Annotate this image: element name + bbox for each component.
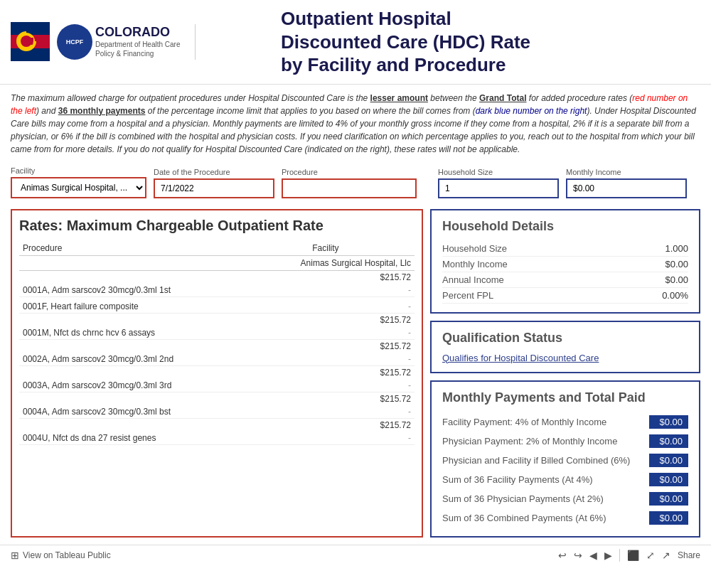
procedure-code: 0004A, Adm sarscov2 30mcg/0.3ml bst [19,405,237,419]
payment-value: $0.00 [649,511,688,525]
household-detail-row: Percent FPL 0.00% [442,288,688,304]
payment-row: Sum of 36 Combined Payments (At 6%) $0.0… [442,508,688,528]
expand-icon[interactable]: ⤢ [646,550,655,561]
share-label[interactable]: Share [678,550,700,560]
share-icon[interactable]: ↗ [662,550,670,561]
facility-col-header: Facility [237,241,415,256]
procedure-monthly: - [237,284,415,297]
table-row: 0003A, Adm sarscov2 30mcg/0.3ml 3rd - [19,379,415,392]
procedure-input[interactable] [282,178,417,198]
procedure-amount: $215.72 [237,418,415,432]
payment-label: Facility Payment: 4% of Monthly Income [442,417,649,427]
table-row: $215.72 [19,339,415,353]
procedure-label: Procedure [282,168,417,176]
facility-filter-group: Facility Animas Surgical Hospital, ... [11,166,146,198]
procedure-code: 0002A, Adm sarscov2 30mcg/0.3ml 2nd [19,353,237,366]
procedure-code: 0001F, Heart failure composite [19,300,237,314]
qualifies-link[interactable]: Qualifies for Hospital Discounted Care [442,353,599,363]
intro-text: The maximum allowed charge for outpatien… [0,85,711,163]
rates-panel: Rates: Maximum Chargeable Outpatient Rat… [11,209,423,538]
payment-value: $0.00 [649,473,688,486]
household-size-label: Household Size [438,168,559,176]
payment-value: $0.00 [649,454,688,467]
svg-rect-0 [11,22,50,35]
procedure-monthly: - [237,353,415,366]
payment-label: Physician and Facility if Billed Combine… [442,455,649,466]
monitor-icon[interactable]: ⬛ [627,550,639,561]
payment-row: Sum of 36 Physician Payments (At 2%) $0.… [442,489,688,508]
redo-icon[interactable]: ↪ [574,550,582,561]
payment-label: Sum of 36 Combined Payments (At 6%) [442,513,649,523]
household-detail-row: Annual Income $0.00 [442,272,688,288]
procedure-name [19,392,237,405]
payment-row: Physician and Facility if Billed Combine… [442,451,688,470]
detail-value: $0.00 [665,259,688,269]
qualification-title: Qualification Status [442,331,688,346]
detail-label: Monthly Income [442,259,508,269]
main-content: Rates: Maximum Chargeable Outpatient Rat… [0,205,711,541]
tableau-icon: ⊞ [11,550,19,561]
detail-value: $0.00 [665,274,688,285]
procedure-code: 0004U, Nfct ds dna 27 resist genes [19,432,237,445]
facility-name-header: Animas Surgical Hospital, Llc [237,255,415,270]
payment-row: Facility Payment: 4% of Monthly Income $… [442,412,688,432]
undo-icon[interactable]: ↩ [558,550,567,561]
procedure-monthly: - [237,326,415,340]
facility-select[interactable]: Animas Surgical Hospital, ... [11,177,146,198]
dept-name: COLORADO [95,25,181,40]
household-size-group: Household Size [438,168,559,198]
footer-right: ↩ ↪ ◀ ▶ ⬛ ⤢ ↗ Share [558,549,700,562]
table-row: 0002A, Adm sarscov2 30mcg/0.3ml 2nd - [19,353,415,366]
rates-title: Rates: Maximum Chargeable Outpatient Rat… [19,218,415,234]
colorado-flag-icon [11,22,50,61]
detail-label: Household Size [442,243,507,254]
payment-row: Physician Payment: 2% of Monthly Income … [442,432,688,451]
svg-rect-5 [22,38,33,45]
procedure-name [19,313,237,326]
household-details-title: Household Details [442,219,688,234]
procedure-monthly: - [237,300,415,314]
table-row: $215.72 [19,365,415,379]
right-panel: Household Details Household Size 1.000 M… [430,209,700,538]
facility-label: Facility [11,166,146,175]
procedure-amount: $215.72 [237,313,415,326]
table-row: $215.72 [19,418,415,432]
payments-title: Monthly Payments and Total Paid [442,390,688,405]
procedure-col-blank [19,255,237,270]
detail-label: Annual Income [442,274,504,285]
page-title: Outpatient Hospital Discounted Care (HDC… [281,7,530,77]
date-input[interactable] [154,178,274,198]
date-filter-group: Date of the Procedure [154,168,274,198]
household-size-input[interactable] [438,178,559,198]
monthly-income-label: Monthly Income [566,168,687,176]
tableau-link[interactable]: View on Tableau Public [23,550,111,560]
payment-label: Sum of 36 Physician Payments (At 2%) [442,493,649,504]
header: HCPF COLORADO Department of Health Care … [0,0,711,85]
procedure-amount: $215.72 [237,270,415,284]
payment-value: $0.00 [649,434,688,448]
procedure-monthly: - [237,379,415,392]
payment-label: Sum of 36 Facility Payments (At 4%) [442,474,649,485]
payments-card: Monthly Payments and Total Paid Facility… [430,380,700,538]
filter-row: Facility Animas Surgical Hospital, ... D… [0,163,711,205]
footer: ⊞ View on Tableau Public ↩ ↪ ◀ ▶ ⬛ ⤢ ↗ S… [0,545,711,565]
back-icon[interactable]: ◀ [589,550,597,561]
procedure-code: 0003A, Adm sarscov2 30mcg/0.3ml 3rd [19,379,237,392]
rates-table: Procedure Facility Animas Surgical Hospi… [19,241,415,445]
monthly-income-input[interactable] [566,178,687,198]
logo-area: HCPF COLORADO Department of Health Care … [11,22,281,61]
payment-value: $0.00 [649,492,688,506]
procedure-amount: $215.72 [237,392,415,405]
household-details-card: Household Details Household Size 1.000 M… [430,209,700,314]
procedure-name [19,365,237,379]
date-label: Date of the Procedure [154,168,274,176]
table-row: $215.72 [19,392,415,405]
detail-label: Percent FPL [442,290,493,301]
household-detail-row: Household Size 1.000 [442,241,688,257]
payment-label: Physician Payment: 2% of Monthly Income [442,436,649,447]
forward-icon[interactable]: ▶ [604,550,612,561]
dept-subtitle: Department of Health Care Policy & Finan… [95,40,181,58]
table-row: 0001A, Adm sarscov2 30mcg/0.3ml 1st - [19,284,415,297]
monthly-income-group: Monthly Income [566,168,687,198]
table-row: $215.72 [19,270,415,284]
